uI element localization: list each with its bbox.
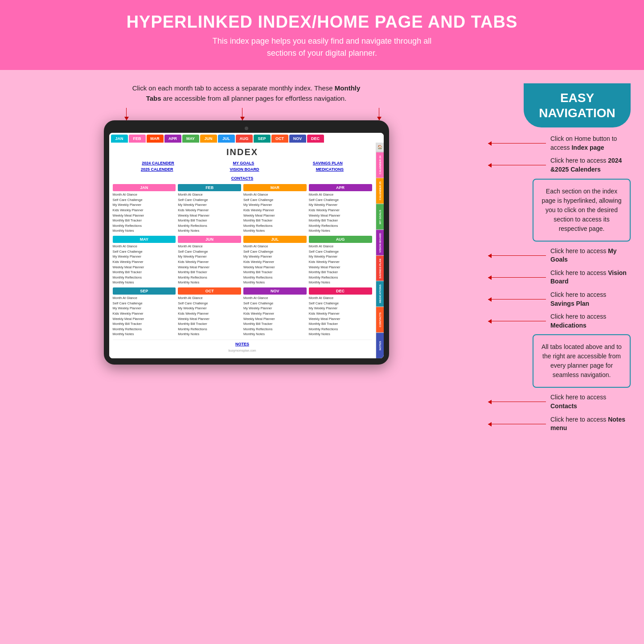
month-item[interactable]: Self Care Challenge bbox=[113, 301, 176, 306]
month-item[interactable]: My Weekly Planner bbox=[243, 202, 307, 208]
month-item[interactable]: Self Care Challenge bbox=[309, 197, 372, 203]
month-item[interactable]: Monthly Bill Tracker bbox=[243, 270, 307, 275]
month-item[interactable]: Kids Weekly Planner bbox=[178, 311, 241, 316]
month-item[interactable]: Kids Weekly Planner bbox=[113, 259, 176, 265]
month-item[interactable]: Weekly Meal Planner bbox=[113, 316, 176, 322]
month-item[interactable]: My Weekly Planner bbox=[243, 254, 307, 259]
month-item[interactable]: Weekly Meal Planner bbox=[309, 265, 372, 270]
month-item[interactable]: Weekly Meal Planner bbox=[309, 213, 372, 218]
month-header-jan[interactable]: JAN bbox=[113, 184, 176, 191]
month-item[interactable]: Monthly Reflections bbox=[113, 223, 176, 229]
month-item[interactable]: Month At Glance bbox=[243, 244, 307, 249]
month-item[interactable]: Monthly Reflections bbox=[113, 275, 176, 280]
month-item[interactable]: Kids Weekly Planner bbox=[309, 208, 372, 213]
month-header-feb[interactable]: FEB bbox=[178, 184, 241, 191]
month-header-jul[interactable]: JUL bbox=[243, 236, 307, 243]
month-item[interactable]: Month At Glance bbox=[309, 244, 372, 249]
month-item[interactable]: Monthly Notes bbox=[309, 332, 372, 337]
month-item[interactable]: My Weekly Planner bbox=[309, 306, 372, 311]
month-item[interactable]: Kids Weekly Planner bbox=[113, 208, 176, 213]
month-item[interactable]: Monthly Notes bbox=[243, 228, 307, 234]
month-header-dec[interactable]: DEC bbox=[309, 287, 372, 295]
month-item[interactable]: Kids Weekly Planner bbox=[178, 259, 241, 265]
month-header-apr[interactable]: APR bbox=[309, 184, 372, 191]
month-item[interactable]: Month At Glance bbox=[113, 295, 176, 301]
month-item[interactable]: Self Care Challenge bbox=[309, 249, 372, 254]
month-header-oct[interactable]: OCT bbox=[178, 287, 241, 295]
month-item[interactable]: My Weekly Planner bbox=[309, 254, 372, 259]
month-item[interactable]: My Weekly Planner bbox=[178, 254, 241, 259]
sidebar-tab-medications[interactable]: MEDICATIONS bbox=[376, 281, 384, 307]
month-tab-apr[interactable]: APR bbox=[164, 135, 181, 143]
month-item[interactable]: Self Care Challenge bbox=[243, 249, 307, 254]
month-item[interactable]: Month At Glance bbox=[178, 295, 241, 301]
month-item[interactable]: My Weekly Planner bbox=[178, 306, 241, 311]
month-tab-feb[interactable]: FEB bbox=[129, 135, 146, 143]
month-item[interactable]: Month At Glance bbox=[178, 192, 241, 197]
sidebar-tab-vision-board[interactable]: VISION BOARD bbox=[376, 230, 384, 255]
month-tab-aug[interactable]: AUG bbox=[236, 135, 253, 143]
month-item[interactable]: Weekly Meal Planner bbox=[113, 213, 176, 218]
month-item[interactable]: Kids Weekly Planner bbox=[113, 311, 176, 316]
month-item[interactable]: Month At Glance bbox=[309, 295, 372, 301]
month-item[interactable]: Monthly Bill Tracker bbox=[309, 218, 372, 223]
month-item[interactable]: Self Care Challenge bbox=[178, 197, 241, 203]
month-item[interactable]: Monthly Reflections bbox=[243, 327, 307, 332]
home-icon-tab[interactable]: 🏠 bbox=[376, 143, 384, 152]
month-item[interactable]: Monthly Notes bbox=[243, 332, 307, 337]
link-savings-plan[interactable]: SAVINGS PLAN bbox=[313, 161, 343, 165]
month-item[interactable]: Monthly Bill Tracker bbox=[178, 218, 241, 223]
month-item[interactable]: Weekly Meal Planner bbox=[243, 213, 307, 218]
month-tab-jan[interactable]: JAN bbox=[111, 135, 128, 143]
sidebar-tab-calender-24[interactable]: CALENDER 24 bbox=[376, 152, 384, 178]
month-item[interactable]: Weekly Meal Planner bbox=[309, 316, 372, 322]
month-item[interactable]: Monthly Notes bbox=[178, 280, 241, 285]
month-item[interactable]: Monthly Notes bbox=[309, 228, 372, 234]
month-item[interactable]: Kids Weekly Planner bbox=[243, 208, 307, 213]
month-item[interactable]: Monthly Reflections bbox=[178, 275, 241, 280]
month-item[interactable]: Monthly Notes bbox=[178, 228, 241, 234]
month-item[interactable]: Monthly Bill Tracker bbox=[243, 321, 307, 327]
link-2024-calender[interactable]: 2024 CALENDER bbox=[142, 161, 174, 165]
month-item[interactable]: Self Care Challenge bbox=[309, 301, 372, 306]
month-item[interactable]: Weekly Meal Planner bbox=[113, 265, 176, 270]
month-tab-mar[interactable]: MAR bbox=[147, 135, 164, 143]
month-item[interactable]: Self Care Challenge bbox=[113, 249, 176, 254]
month-header-sep[interactable]: SEP bbox=[113, 287, 176, 295]
link-medications[interactable]: MEDICATIONS bbox=[316, 167, 344, 172]
sidebar-tab-calender-25[interactable]: CALENDER 25 bbox=[376, 178, 384, 204]
sidebar-tab-contacts[interactable]: CONTACTS bbox=[376, 307, 384, 332]
month-item[interactable]: Kids Weekly Planner bbox=[243, 311, 307, 316]
month-item[interactable]: Month At Glance bbox=[243, 295, 307, 301]
month-tab-jun[interactable]: JUN bbox=[200, 135, 217, 143]
month-item[interactable]: Monthly Bill Tracker bbox=[113, 321, 176, 327]
link-2025-calender[interactable]: 2025 CALENDER bbox=[141, 167, 173, 172]
month-item[interactable]: Monthly Bill Tracker bbox=[243, 218, 307, 223]
month-item[interactable]: Month At Glance bbox=[113, 192, 176, 197]
month-item[interactable]: Monthly Reflections bbox=[178, 327, 241, 332]
month-item[interactable]: Monthly Reflections bbox=[243, 275, 307, 280]
month-item[interactable]: My Weekly Planner bbox=[113, 254, 176, 259]
month-tab-nov[interactable]: NOV bbox=[289, 135, 306, 143]
month-item[interactable]: Monthly Bill Tracker bbox=[178, 270, 241, 275]
month-item[interactable]: Monthly Reflections bbox=[309, 275, 372, 280]
month-tab-may[interactable]: MAY bbox=[182, 135, 199, 143]
month-item[interactable]: Monthly Notes bbox=[243, 280, 307, 285]
month-item[interactable]: Self Care Challenge bbox=[178, 301, 241, 306]
sidebar-tab-savings-plan[interactable]: SAVINGS PLAN bbox=[376, 255, 384, 281]
month-item[interactable]: Monthly Bill Tracker bbox=[113, 270, 176, 275]
month-item[interactable]: Monthly Notes bbox=[178, 332, 241, 337]
month-item[interactable]: Monthly Reflections bbox=[113, 327, 176, 332]
month-tab-jul[interactable]: JUL bbox=[218, 135, 235, 143]
month-header-aug[interactable]: AUG bbox=[309, 236, 372, 243]
month-item[interactable]: Weekly Meal Planner bbox=[178, 213, 241, 218]
month-item[interactable]: Monthly Bill Tracker bbox=[309, 270, 372, 275]
month-item[interactable]: Weekly Meal Planner bbox=[178, 316, 241, 322]
month-item[interactable]: Monthly Bill Tracker bbox=[113, 218, 176, 223]
month-item[interactable]: My Weekly Planner bbox=[309, 202, 372, 208]
month-item[interactable]: Self Care Challenge bbox=[243, 301, 307, 306]
month-tab-sep[interactable]: SEP bbox=[254, 135, 271, 143]
month-item[interactable]: My Weekly Planner bbox=[243, 306, 307, 311]
notes-link[interactable]: NOTES bbox=[113, 340, 372, 348]
month-item[interactable]: Self Care Challenge bbox=[113, 197, 176, 203]
